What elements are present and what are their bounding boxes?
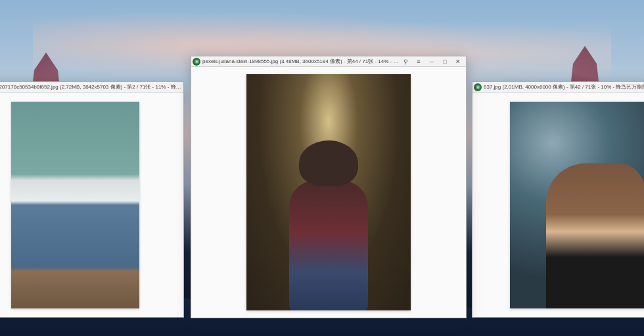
minimize-button[interactable]: ─	[425, 57, 438, 66]
app-icon: ◉	[474, 83, 482, 91]
image-viewport[interactable]	[191, 67, 466, 318]
viewer-window-center[interactable]: ◉ pexels-juliana-stein-1898555.jpg (3.48…	[191, 56, 467, 318]
titlebar[interactable]: ◉ 837.jpg (2.01MB, 4000x6000 像素) - 第42 /…	[472, 82, 644, 93]
window-title: 0fc0001c207178c50534b8f652.jpg (2.72MB, …	[0, 83, 182, 91]
titlebar[interactable]: ◉ pexels-juliana-stein-1898555.jpg (3.48…	[191, 56, 466, 67]
titlebar[interactable]: ◉ 0fc0001c207178c50534b8f652.jpg (2.72MB…	[0, 82, 183, 93]
pin-button[interactable]: ⚲	[399, 57, 412, 66]
menu-button[interactable]: ≡	[412, 57, 425, 66]
viewer-window-left[interactable]: ◉ 0fc0001c207178c50534b8f652.jpg (2.72MB…	[0, 81, 184, 318]
displayed-photo	[246, 74, 411, 310]
window-controls: ⚲ ≡ ─ □ ✕	[399, 57, 465, 66]
image-viewport[interactable]	[0, 93, 183, 317]
close-button[interactable]: ✕	[451, 57, 465, 66]
app-icon: ◉	[193, 58, 200, 66]
displayed-photo	[11, 102, 139, 308]
viewer-window-right[interactable]: ◉ 837.jpg (2.01MB, 4000x6000 像素) - 第42 /…	[472, 81, 644, 318]
window-title: 837.jpg (2.01MB, 4000x6000 像素) - 第42 / 7…	[484, 83, 644, 91]
maximize-button[interactable]: □	[438, 57, 451, 66]
displayed-photo	[510, 102, 645, 308]
window-title: pexels-juliana-stein-1898555.jpg (3.48MB…	[202, 58, 399, 65]
image-viewport[interactable]	[472, 93, 644, 317]
